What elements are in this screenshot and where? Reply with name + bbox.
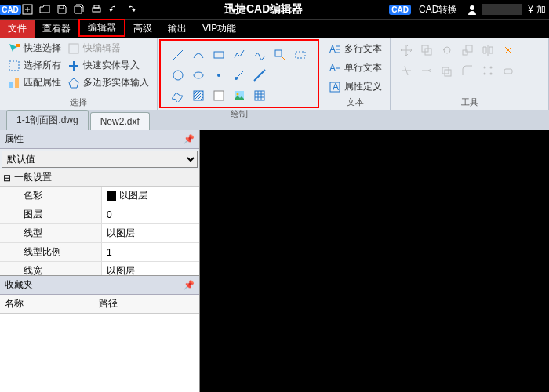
redo-icon[interactable]	[124, 2, 138, 16]
menu-viewer[interactable]: 查看器	[35, 20, 78, 38]
svg-point-4	[470, 5, 474, 10]
menu-advanced[interactable]: 高级	[125, 20, 160, 38]
tool-trim-button[interactable]	[397, 61, 416, 80]
draw-image-button[interactable]	[230, 86, 249, 105]
new-icon[interactable]	[20, 2, 35, 16]
save-icon[interactable]	[55, 2, 69, 16]
fav-col-path[interactable]: 路径	[94, 295, 122, 313]
undo-icon[interactable]	[107, 2, 121, 16]
svg-rect-9	[69, 44, 78, 53]
open-icon[interactable]	[38, 2, 52, 16]
svg-rect-2	[93, 8, 100, 12]
favorites-body	[0, 314, 199, 392]
quick-select-button[interactable]: 快速选择	[6, 41, 63, 56]
workspace: 属性 📌 默认值 ⊟ 一般设置 色彩以图层 图层0 线型以图层 线型比例1 线宽…	[0, 130, 549, 392]
draw-arc-button[interactable]	[189, 45, 208, 64]
color-swatch-icon	[107, 191, 116, 201]
svg-rect-29	[466, 45, 472, 52]
singleline-text-button[interactable]: A单行文本	[327, 60, 384, 76]
select-all-button[interactable]: 选择所有	[6, 58, 63, 73]
menu-vip[interactable]: VIP功能	[195, 20, 244, 38]
default-dropdown[interactable]: 默认值	[2, 151, 198, 168]
match-props-button[interactable]: 匹配属性	[6, 75, 63, 90]
draw-spline-button[interactable]	[250, 45, 269, 64]
svg-rect-5	[16, 44, 20, 47]
tool-move-button[interactable]	[397, 41, 416, 60]
currency-label[interactable]: 加	[536, 3, 546, 16]
prop-row-color[interactable]: 色彩以图层	[0, 187, 199, 205]
draw-circle-button[interactable]	[169, 66, 187, 85]
user-icon[interactable]	[465, 2, 479, 16]
print-icon[interactable]	[89, 2, 104, 16]
svg-rect-36	[504, 69, 512, 74]
svg-text:A: A	[333, 82, 339, 93]
cursor-flag-icon	[8, 42, 20, 55]
tab-doc1[interactable]: 1-1剖面图.dwg	[6, 110, 89, 130]
svg-rect-11	[275, 50, 282, 56]
tool-explode-button[interactable]	[499, 41, 518, 60]
draw-boundary-button[interactable]	[209, 86, 228, 105]
prop-row-ltscale[interactable]: 线型比例1	[0, 243, 199, 262]
draw-polyline-button[interactable]	[230, 45, 249, 64]
draw-ray-button[interactable]	[230, 66, 249, 85]
draw-block-insert-button[interactable]	[271, 45, 289, 64]
polygon-entity-input-button[interactable]: 多边形实体输入	[66, 75, 151, 90]
attr-def-button[interactable]: A属性定义	[327, 78, 384, 95]
ribbon-tools-label: 工具	[397, 95, 542, 108]
draw-table-button[interactable]	[250, 86, 269, 105]
draw-cloud-button[interactable]	[291, 45, 310, 64]
menu-file[interactable]: 文件	[0, 20, 35, 38]
tool-offset-button[interactable]	[438, 61, 456, 80]
user-area[interactable]	[482, 4, 522, 15]
tool-scale-button[interactable]	[458, 41, 477, 60]
prop-row-linetype[interactable]: 线型以图层	[0, 224, 199, 243]
tool-mirror-button[interactable]	[478, 41, 497, 60]
tool-array-button[interactable]	[478, 61, 497, 80]
menu-output[interactable]: 输出	[160, 20, 195, 38]
draw-line-button[interactable]	[169, 45, 187, 64]
pin-icon[interactable]: 📌	[184, 280, 195, 290]
draw-xline-button[interactable]	[250, 66, 269, 85]
menu-editor[interactable]: 编辑器	[78, 19, 125, 37]
tool-fillet-button[interactable]	[458, 61, 477, 80]
prop-row-lineweight[interactable]: 线宽以图层	[0, 262, 199, 275]
ribbon-group-tools: 工具	[391, 38, 549, 110]
cad-convert-label[interactable]: CAD转换	[419, 3, 457, 16]
menu-bar: 文件 查看器 编辑器 高级 输出 VIP功能	[0, 19, 549, 38]
tool-extend-button[interactable]	[417, 61, 436, 80]
ribbon-group-draw: 绘制	[159, 39, 319, 108]
quick-editor-icon	[67, 42, 80, 55]
multiline-text-button[interactable]: A多行文本	[327, 41, 384, 57]
draw-ellipse-button[interactable]	[189, 66, 208, 85]
favorites-header: 收藏夹 📌	[0, 276, 199, 295]
quick-editor-button[interactable]: 快编辑器	[66, 41, 151, 56]
general-section-header[interactable]: ⊟ 一般设置	[0, 169, 199, 187]
pin-icon[interactable]: 📌	[184, 134, 195, 144]
prop-row-layer[interactable]: 图层0	[0, 205, 199, 224]
save-all-icon[interactable]	[72, 2, 86, 16]
draw-rect-button[interactable]	[209, 45, 228, 64]
tool-erase-button[interactable]	[499, 61, 518, 80]
quick-entity-import-button[interactable]: 快速实体导入	[66, 58, 151, 73]
default-select[interactable]: 默认值	[2, 151, 197, 167]
left-panel: 属性 📌 默认值 ⊟ 一般设置 色彩以图层 图层0 线型以图层 线型比例1 线宽…	[0, 130, 200, 392]
ribbon: 快速选择 选择所有 匹配属性 快编辑器 快速实体导入 多边形实体输入 选择	[0, 38, 549, 110]
fav-col-name[interactable]: 名称	[0, 295, 94, 313]
svg-rect-12	[296, 52, 305, 58]
match-props-icon	[8, 77, 20, 89]
draw-hatch-button[interactable]	[189, 86, 208, 105]
properties-title: 属性	[5, 132, 24, 146]
tool-rotate-button[interactable]	[438, 41, 456, 60]
drawing-canvas[interactable]	[200, 130, 549, 392]
mtext-icon: A	[329, 43, 341, 56]
tool-copy-button[interactable]	[417, 41, 436, 60]
svg-rect-18	[214, 91, 224, 100]
favorites-panel: 收藏夹 📌 名称 路径	[0, 275, 199, 392]
draw-point-button[interactable]	[209, 66, 228, 85]
svg-rect-28	[463, 50, 467, 55]
svg-point-20	[237, 93, 239, 96]
favorites-title: 收藏夹	[5, 278, 33, 292]
svg-point-35	[490, 73, 493, 75]
tab-doc2[interactable]: New2.dxf	[90, 112, 150, 130]
draw-revcloud-button[interactable]	[169, 86, 187, 105]
